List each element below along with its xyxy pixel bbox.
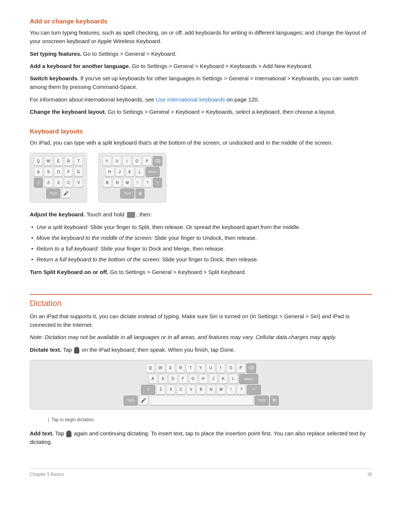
fkey-c: C <box>176 385 185 394</box>
chapter-label: Chapter 3 Basics <box>30 472 64 477</box>
fkey-backspace: ⌫ <box>246 363 256 373</box>
fkey-shift-r: ⇧ <box>247 385 261 394</box>
key-h: H <box>105 167 114 177</box>
fkey-r: R <box>176 363 185 373</box>
para-intro: You can turn typing features, such as sp… <box>30 28 372 46</box>
key-o: O <box>133 156 141 166</box>
fkey-shift-l: ⇧ <box>141 385 155 394</box>
fkey-h: H <box>199 374 208 384</box>
intl-keyboards-link[interactable]: Use international keyboards <box>156 96 225 103</box>
fkey-b: B <box>197 385 205 394</box>
key-n: N <box>113 178 122 187</box>
keyboard-split-illustration: Q W E R T A S D F G ⇧ Z X C V ?123 <box>30 153 372 203</box>
fkey-i: I <box>216 363 225 373</box>
fkey-w: W <box>156 363 165 373</box>
key-l: L <box>135 167 144 177</box>
fkey-u: U <box>206 363 215 373</box>
fkey-x: X <box>166 385 175 394</box>
fkey-p: P <box>236 363 245 373</box>
fkey-z: Z <box>156 385 165 394</box>
section-title-layouts: Keyboard layouts <box>30 128 372 135</box>
fkey-o: O <box>226 363 235 373</box>
keyboard-split-left: Q W E R T A S D F G ⇧ Z X C V ?123 <box>30 153 87 203</box>
key-m: M <box>123 178 132 187</box>
fkey-quest: ? <box>237 385 246 394</box>
key-mic-left: 🎤 <box>61 188 71 198</box>
bullet-split: Use a split keyboard: Slide your finger … <box>30 223 372 231</box>
fkey-y: Y <box>196 363 205 373</box>
para-switch-keyboards: Switch keyboards. If you've set up keybo… <box>30 74 372 91</box>
key-r: R <box>64 156 73 166</box>
key-y: Y <box>102 156 111 166</box>
fkey-g: G <box>189 374 198 384</box>
fkey-s: S <box>159 374 168 384</box>
key-z: Z <box>44 178 53 187</box>
fkey-return: return <box>239 374 258 384</box>
key-return-right: return <box>146 167 160 177</box>
fkey-d: D <box>169 374 178 384</box>
fkey-m: M <box>217 385 226 394</box>
keyboard-split-right: Y U I O P ⌫ H J K L return B N M ! ? ⇧ <box>98 153 166 203</box>
dictation-title: Dictation <box>30 294 372 308</box>
para-international-link: For information about international keyb… <box>30 95 372 104</box>
key-t: T <box>74 156 83 166</box>
para-change-layout: Change the keyboard layout. Go to Settin… <box>30 107 372 116</box>
section-dictation: Dictation On an iPad that supports it, y… <box>30 294 372 446</box>
para-layouts-intro: On iPad, you can type with a split keybo… <box>30 138 372 147</box>
key-b: B <box>103 178 112 187</box>
bullet-bottom: Return a full keyboard to the bottom of … <box>30 255 372 264</box>
keyboard-full-wrap: Q W E R T Y U I O P ⌫ A S D F G H J <box>30 360 372 422</box>
key-u: U <box>112 156 121 166</box>
key-123-left: ?123 <box>46 188 60 198</box>
fkey-excl: ! <box>227 385 236 394</box>
fkey-q: Q <box>146 363 155 373</box>
fkey-123: ?123 <box>124 396 138 405</box>
section-keyboard-layouts: Keyboard layouts On iPad, you can type w… <box>30 128 372 276</box>
para-turn-split: Turn Split Keyboard on or off. Go to Set… <box>30 268 372 276</box>
key-shift-right: ⇧ <box>153 178 162 187</box>
key-a: A <box>34 167 43 177</box>
key-quest: ? <box>143 178 152 187</box>
fkey-keyboard: ⊞ <box>270 396 279 405</box>
key-j: J <box>115 167 124 177</box>
fkey-v: V <box>186 385 195 394</box>
keyboard-icon <box>127 212 135 218</box>
page-footer: Chapter 3 Basics 26 <box>30 468 372 477</box>
fkey-t: T <box>186 363 195 373</box>
dictation-note: Note: Dictation may not be available in … <box>30 333 372 341</box>
key-excl: ! <box>133 178 142 187</box>
key-x: X <box>54 178 63 187</box>
bullet-middle: Move the keyboard to the middle of the s… <box>30 233 372 242</box>
bullet-full: Return to a full keyboard: Slide your fi… <box>30 244 372 253</box>
para-add-keyboard: Add a keyboard for another language. Go … <box>30 62 372 70</box>
keyboard-bullets: Use a split keyboard: Slide your finger … <box>30 223 372 264</box>
dictation-add-text: Add text. Tap again and continuing dicta… <box>30 429 372 446</box>
fkey-e: E <box>166 363 175 373</box>
page-number: 26 <box>367 472 372 477</box>
key-s: S <box>44 167 53 177</box>
section-title-keyboards: Add or change keyboards <box>30 18 372 25</box>
fkey-f: F <box>179 374 188 384</box>
mic-icon-inline <box>74 347 79 354</box>
para-adjust-keyboard: Adjust the keyboard. Touch and hold , th… <box>30 210 372 219</box>
key-e: E <box>54 156 63 166</box>
key-d: D <box>54 167 63 177</box>
fkey-mic: 🎤 <box>139 396 148 405</box>
fkey-j: J <box>209 374 218 384</box>
mic-icon-inline-2 <box>66 431 71 437</box>
dictation-dictate-text: Dictate text. Tap on the iPad keyboard, … <box>30 345 372 354</box>
key-keyboard-right: ⊞ <box>135 188 144 198</box>
fkey-n: N <box>207 385 216 394</box>
fkey-space <box>149 396 253 405</box>
key-w: W <box>44 156 53 166</box>
section-add-change-keyboards: Add or change keyboards You can turn typ… <box>30 18 372 116</box>
key-v: V <box>74 178 83 187</box>
fkey-l: L <box>229 374 238 384</box>
key-123-right: ?123 <box>120 188 134 198</box>
key-f: F <box>64 167 73 177</box>
fkey-a: A <box>149 374 157 384</box>
key-c: C <box>64 178 73 187</box>
keyboard-full-illustration: Q W E R T Y U I O P ⌫ A S D F G H J <box>30 360 372 410</box>
key-i: I <box>122 156 131 166</box>
dictation-intro: On an iPad that supports it, you can dic… <box>30 312 372 329</box>
